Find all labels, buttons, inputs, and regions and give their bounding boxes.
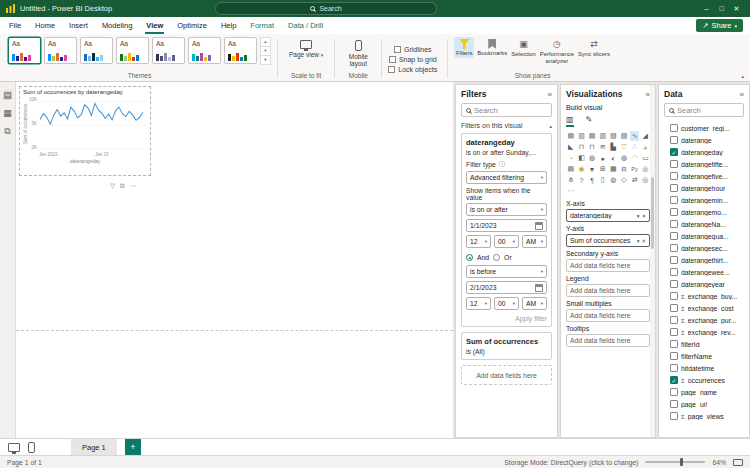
r-script-visual-icon[interactable]: R: [619, 164, 629, 174]
field-row-hitdatetime[interactable]: hitdatetime: [664, 362, 744, 374]
multi-row-card-icon[interactable]: ▤: [566, 164, 576, 174]
mobile-layout-button[interactable]: Mobile layout: [341, 37, 375, 67]
filter-card-daterangeday[interactable]: daterangeday is on or after Sunday,... F…: [461, 133, 552, 327]
line-chart-icon[interactable]: ∿: [630, 131, 640, 141]
field-checkbox[interactable]: [670, 412, 678, 420]
table-view-icon[interactable]: ▦: [3, 108, 12, 118]
model-view-icon[interactable]: ⧉: [4, 126, 10, 136]
checkbox-row-snap-to-grid[interactable]: Snap to grid: [389, 56, 437, 63]
report-canvas[interactable]: Sum of occurrences by daterangeday Sum o…: [16, 82, 453, 438]
field-row-page-name[interactable]: page_name: [664, 386, 744, 398]
minute2-dropdown[interactable]: 00▾: [494, 297, 519, 310]
or-radio[interactable]: [493, 254, 500, 261]
bookmarks-button[interactable]: Bookmarks: [476, 37, 508, 58]
field-checkbox[interactable]: [670, 328, 678, 336]
theme-thumbnail-7[interactable]: Aa: [224, 37, 257, 64]
area-chart-icon[interactable]: ◢: [640, 131, 650, 141]
calendar-icon[interactable]: [535, 284, 543, 292]
field-row-daterangehour[interactable]: daterangehour: [664, 182, 744, 194]
lock-objects-checkbox[interactable]: [388, 66, 395, 73]
key-influencers-icon[interactable]: ◎: [640, 164, 650, 174]
field-checkbox[interactable]: [670, 268, 678, 276]
gallery-more-icon[interactable]: ▾: [260, 56, 271, 65]
line-and-stacked-column-chart-icon[interactable]: ⊓: [577, 142, 587, 152]
storage-mode-label[interactable]: Storage Mode: DirectQuery (click to chan…: [504, 459, 638, 466]
donut-chart-icon[interactable]: ◔: [566, 153, 576, 163]
date2-input[interactable]: 2/1/2023: [466, 281, 547, 294]
field-row-daterange[interactable]: daterange: [664, 134, 744, 146]
gauge-icon[interactable]: ◠: [630, 153, 640, 163]
field-row-filtername[interactable]: filterName: [664, 350, 744, 362]
clustered-bar-chart-icon[interactable]: ▤: [587, 131, 597, 141]
well-y-axis-field-pill[interactable]: Sum of occurrences▾✕: [566, 234, 650, 247]
theme-thumbnail-6[interactable]: Aa: [188, 37, 221, 64]
smart-narrative-icon[interactable]: ¶: [587, 175, 597, 185]
menu-tab-data-drill[interactable]: Data / Drill: [281, 17, 330, 34]
condition1-dropdown[interactable]: is on or after▾: [466, 203, 547, 216]
filled-map-icon[interactable]: ●: [598, 153, 608, 163]
well-small-multiples-dropzone[interactable]: Add data fields here: [566, 309, 650, 322]
field-row-daterangequa[interactable]: daterangequa...: [664, 230, 744, 242]
funnel-chart-icon[interactable]: ▽: [619, 142, 629, 152]
field-checkbox[interactable]: [670, 196, 678, 204]
arcgis-map-icon[interactable]: ◍: [609, 175, 619, 185]
chevron-up-icon[interactable]: ▴: [549, 123, 552, 129]
field-row-page-views[interactable]: Σpage_views: [664, 410, 744, 422]
ribbon-chart-icon[interactable]: ≋: [598, 142, 608, 152]
treemap-icon[interactable]: ◧: [577, 153, 587, 163]
field-checkbox[interactable]: [670, 388, 678, 396]
minimize-button[interactable]: –: [699, 5, 714, 13]
matrix-icon[interactable]: ▦: [609, 164, 619, 174]
ampm2-dropdown[interactable]: AM▾: [522, 297, 547, 310]
filter-type-dropdown[interactable]: Advanced filtering▾: [466, 171, 547, 184]
field-row-daterangemo[interactable]: daterangemo...: [664, 206, 744, 218]
page-tab-page-1[interactable]: Page 1: [71, 439, 117, 456]
build-visual-tab-icon[interactable]: ▥: [566, 115, 574, 127]
gridlines-checkbox[interactable]: [394, 46, 401, 53]
and-radio[interactable]: [466, 254, 473, 261]
paginated-report-icon[interactable]: ▯: [598, 175, 608, 185]
well-secondary-y-axis-dropzone[interactable]: Add data fields here: [566, 259, 650, 272]
field-checkbox[interactable]: [670, 400, 678, 408]
field-checkbox[interactable]: [670, 280, 678, 288]
filters-search-input[interactable]: [474, 106, 547, 115]
field-checkbox[interactable]: ✓: [670, 376, 678, 384]
well-legend-dropzone[interactable]: Add data fields here: [566, 284, 650, 297]
field-checkbox[interactable]: ✓: [670, 148, 678, 156]
maximize-button[interactable]: □: [714, 5, 729, 13]
report-view-icon[interactable]: ▤: [3, 90, 12, 100]
pie-chart-icon[interactable]: ◕: [640, 142, 650, 152]
field-checkbox[interactable]: [670, 124, 678, 132]
theme-thumbnail-1[interactable]: Aa: [8, 37, 41, 64]
sync-slicers-button[interactable]: ⇄Sync slicers: [577, 37, 611, 59]
scrollbar-thumb[interactable]: [651, 177, 654, 249]
menu-tab-optimize[interactable]: Optimize: [170, 17, 214, 34]
collapse-ribbon-icon[interactable]: ▴: [741, 73, 744, 79]
zoom-slider-thumb[interactable]: [680, 458, 683, 466]
well-x-axis-field-pill[interactable]: daterangeday▾✕: [566, 209, 650, 222]
field-checkbox[interactable]: [670, 316, 678, 324]
gallery-up-icon[interactable]: ▴: [260, 37, 271, 47]
performance-analyzer-button[interactable]: ◷Performance analyzer: [539, 37, 575, 65]
chevron-down-icon[interactable]: ▾: [637, 238, 640, 244]
field-checkbox[interactable]: [670, 352, 678, 360]
snap-to-grid-checkbox[interactable]: [389, 56, 396, 63]
slicer-icon[interactable]: ▼: [587, 164, 597, 174]
menu-tab-format[interactable]: Format: [243, 17, 281, 34]
field-row-daterangefive[interactable]: daterangefive...: [664, 170, 744, 182]
field-row-daterangewee[interactable]: daterangewee...: [664, 266, 744, 278]
minute1-dropdown[interactable]: 00▾: [494, 235, 519, 248]
page-view-button[interactable]: Page view ▾: [284, 37, 328, 59]
field-row-daterangena[interactable]: daterangeNa...: [664, 218, 744, 230]
field-row-exchange-cost[interactable]: Σexchange_cost: [664, 302, 744, 314]
focus-mode-icon[interactable]: ⧉: [120, 182, 125, 190]
line-chart-visual[interactable]: Sum of occurrences by daterangeday Sum o…: [19, 86, 151, 176]
field-checkbox[interactable]: [670, 172, 678, 180]
field-checkbox[interactable]: [670, 244, 678, 252]
qa-visual-icon[interactable]: ?: [577, 175, 587, 185]
condition2-dropdown[interactable]: is before▾: [466, 265, 547, 278]
stacked-bar-chart-icon[interactable]: ▤: [566, 131, 576, 141]
checkbox-row-lock-objects[interactable]: Lock objects: [388, 66, 437, 73]
field-row-exchange-pur[interactable]: Σexchange_pur...: [664, 314, 744, 326]
100-stacked-bar-chart-icon[interactable]: ▧: [609, 131, 619, 141]
